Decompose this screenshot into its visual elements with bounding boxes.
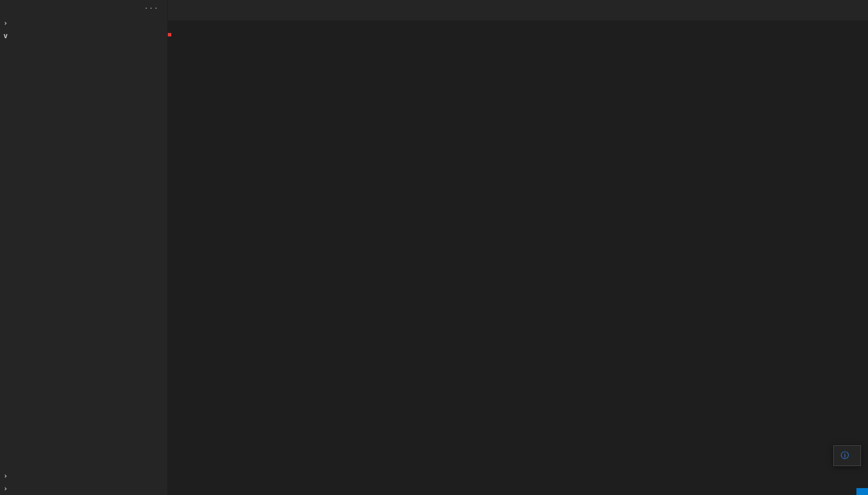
- breadcrumb[interactable]: [168, 20, 868, 33]
- gutter: [168, 33, 203, 495]
- tab-bar[interactable]: [168, 0, 868, 20]
- info-icon: ⓘ: [841, 450, 849, 461]
- update-notification[interactable]: ⓘ: [833, 445, 861, 466]
- install-button[interactable]: [856, 488, 868, 495]
- explorer-more-icon[interactable]: ···: [144, 5, 159, 12]
- open-editors-section[interactable]: ›: [0, 17, 167, 29]
- editor[interactable]: ⓘ: [168, 33, 868, 495]
- workspace-section[interactable]: v: [0, 29, 167, 42]
- outline-section[interactable]: ›: [0, 470, 167, 482]
- file-tree[interactable]: [0, 42, 167, 470]
- timeline-section[interactable]: ›: [0, 482, 167, 495]
- code-area[interactable]: [203, 33, 868, 495]
